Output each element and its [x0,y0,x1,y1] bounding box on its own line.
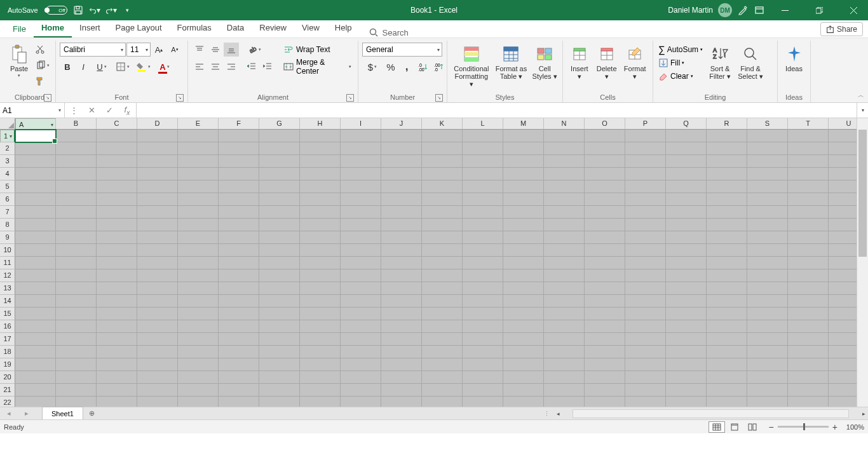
formula-input[interactable] [137,103,857,118]
row-header[interactable]: 6 [0,193,15,206]
cell[interactable] [381,346,422,358]
column-header[interactable]: N [544,118,585,130]
cell[interactable] [341,358,381,371]
cell[interactable] [178,308,219,320]
cell[interactable] [381,282,422,295]
cell[interactable] [259,384,300,397]
qat-customize-icon[interactable]: ▾ [122,4,133,16]
cell[interactable] [544,320,585,333]
column-header[interactable]: O [585,118,625,130]
cell[interactable] [585,371,625,384]
cell[interactable] [341,130,381,142]
cell[interactable] [381,358,422,371]
cell[interactable] [503,384,544,397]
cell[interactable] [747,358,788,371]
cell[interactable] [341,295,381,308]
fill-color-button[interactable] [133,60,154,74]
cell[interactable] [219,219,259,231]
cell[interactable] [178,384,219,397]
align-right-button[interactable] [224,60,239,74]
cell[interactable] [97,193,137,206]
cell[interactable] [341,193,381,206]
cell[interactable] [341,219,381,231]
cell[interactable] [219,269,259,282]
cell[interactable] [259,257,300,269]
column-header[interactable]: T [788,118,829,130]
cell[interactable] [219,142,259,155]
cell[interactable] [585,295,625,308]
minimize-button[interactable] [770,0,799,20]
cell[interactable] [219,333,259,346]
cell[interactable] [56,282,97,295]
redo-icon[interactable]: ▾ [105,4,117,16]
fx-icon[interactable]: fx [118,103,136,118]
cell[interactable] [503,257,544,269]
cell[interactable] [788,371,829,384]
cell[interactable] [707,155,747,168]
column-header[interactable]: M [503,118,544,130]
cell[interactable] [585,231,625,244]
page-break-view-button[interactable] [744,421,761,433]
cell[interactable] [137,168,178,180]
cell[interactable] [97,130,137,142]
cell[interactable] [422,244,463,257]
cell[interactable] [259,320,300,333]
cell[interactable] [422,371,463,384]
format-as-table-button[interactable]: Format as Table ▾ [494,43,529,93]
cell[interactable] [15,320,56,333]
cell[interactable] [178,244,219,257]
cell[interactable] [15,269,56,282]
cell[interactable] [178,397,219,407]
cell[interactable] [503,168,544,180]
cell[interactable] [666,397,707,407]
clear-button[interactable]: Clear ▾ [657,69,704,83]
cell[interactable] [707,333,747,346]
cell[interactable] [259,206,300,219]
cell[interactable] [219,193,259,206]
cell[interactable] [422,219,463,231]
cell[interactable] [381,206,422,219]
cell[interactable] [666,168,707,180]
cell[interactable] [625,346,666,358]
cell[interactable] [341,269,381,282]
cell[interactable] [178,206,219,219]
font-size-select[interactable]: 11 [126,43,151,57]
cell[interactable] [747,295,788,308]
cell[interactable] [97,384,137,397]
increase-decimal-button[interactable]: .0.00 [415,60,430,74]
row-header[interactable]: 14 [0,295,15,308]
cell[interactable] [300,333,341,346]
number-launcher-icon[interactable]: ↘ [435,94,443,102]
cell[interactable] [503,397,544,407]
select-all-corner[interactable] [0,118,15,130]
cell[interactable] [56,142,97,155]
row-header[interactable]: 11 [0,257,15,269]
cell[interactable] [585,308,625,320]
cell[interactable] [219,130,259,142]
cell[interactable] [463,282,503,295]
cell[interactable] [15,180,56,193]
find-select-button[interactable]: Find & Select ▾ [736,43,765,93]
tab-file[interactable]: File [5,21,34,37]
cell[interactable] [178,295,219,308]
cell[interactable] [503,358,544,371]
cell[interactable] [300,384,341,397]
borders-button[interactable] [112,60,133,74]
cell[interactable] [747,142,788,155]
cell[interactable] [666,231,707,244]
cell[interactable] [422,130,463,142]
zoom-in-button[interactable]: + [832,422,837,432]
normal-view-button[interactable] [709,421,725,433]
zoom-out-button[interactable]: − [768,422,773,432]
row-header[interactable]: 1 [0,130,15,142]
ideas-button[interactable]: Ideas [782,43,806,93]
cell[interactable] [503,155,544,168]
cell[interactable] [707,397,747,407]
cancel-formula-icon[interactable]: ✕ [83,103,100,118]
column-header[interactable]: D [137,118,178,130]
cell[interactable] [707,257,747,269]
cell[interactable] [585,257,625,269]
cell[interactable] [544,269,585,282]
cell[interactable] [219,371,259,384]
autosum-button[interactable]: ∑ AutoSum ▾ [657,43,704,56]
